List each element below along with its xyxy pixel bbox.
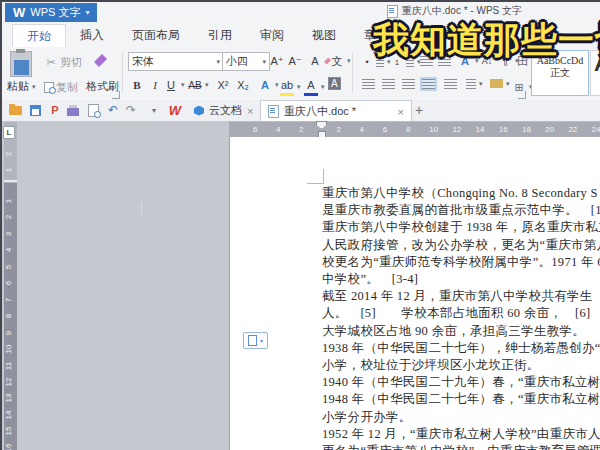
bold-button[interactable]: B xyxy=(130,77,144,93)
horizontal-ruler: 64224681012141618202224 xyxy=(229,121,600,138)
font-color-button[interactable]: A▾ xyxy=(304,77,325,96)
subscript-button[interactable]: X₂ xyxy=(236,77,250,93)
ruler-number: 6 xyxy=(253,126,257,134)
new-tab-button[interactable]: + xyxy=(410,102,428,118)
wps-menu-button[interactable]: W WPS 文字 ▾ xyxy=(5,3,97,22)
align-right-button[interactable] xyxy=(402,79,415,89)
copy-button[interactable]: 复制 xyxy=(44,79,78,95)
chevron-down-icon: ▾ xyxy=(275,81,279,89)
grow-font-button[interactable]: A⁺ xyxy=(270,53,284,69)
ruler-number: 11 xyxy=(5,361,13,369)
print-preview-icon xyxy=(88,104,99,117)
document-icon xyxy=(268,105,279,118)
cloud-docs-icon xyxy=(194,106,204,116)
redo-button[interactable]: ↷ xyxy=(122,102,140,118)
character-shading-button[interactable]: A xyxy=(328,77,341,90)
divider xyxy=(141,202,142,215)
paragraph-dialog-launcher[interactable] xyxy=(518,91,526,99)
ribbon-tab-2[interactable]: 页面布局 xyxy=(118,24,194,47)
document-line: 中学校”。 [3-4] xyxy=(322,271,418,288)
tab-document-active[interactable]: 重庆八中.doc * × xyxy=(260,100,412,122)
chevron-down-icon: ▾ xyxy=(85,8,89,17)
document-line: 小学，校址位于沙坪坝区小龙坎正街。 xyxy=(322,357,540,374)
chevron-down-icon: ▾ xyxy=(260,337,263,344)
ribbon-tab-1[interactable]: 插入 xyxy=(66,24,118,47)
ribbon-tab-5[interactable]: 视图 xyxy=(298,24,350,47)
chevron-down-icon: ▾ xyxy=(32,83,36,91)
video-subtitle-overlay: 我知道那些一切都 xyxy=(373,16,600,65)
strikethrough-button[interactable]: AB▾ xyxy=(188,77,209,93)
align-justify-button[interactable] xyxy=(422,79,435,89)
export-pdf-button[interactable]: P xyxy=(46,102,64,118)
ruler-number: 14 xyxy=(476,126,485,134)
align-center-button[interactable] xyxy=(382,79,395,89)
shrink-font-button[interactable]: A⁻ xyxy=(288,53,302,69)
undo-button[interactable]: ↶ xyxy=(104,102,122,118)
ruler-number: 4 xyxy=(276,126,280,134)
open-button[interactable] xyxy=(6,102,24,118)
paste-button[interactable] xyxy=(10,51,32,77)
chevron-down-icon: ▾ xyxy=(181,81,185,89)
print-button[interactable] xyxy=(64,102,82,118)
distribute-button[interactable] xyxy=(444,79,457,89)
align-center-icon xyxy=(382,79,395,89)
ribbon-tab-4[interactable]: 审阅 xyxy=(246,24,298,47)
close-icon[interactable]: × xyxy=(247,105,253,117)
line-spacing-button[interactable]: ▾ xyxy=(466,79,483,89)
paint-bucket-icon xyxy=(490,79,503,88)
text-effects-button[interactable]: A▾ xyxy=(258,77,279,93)
ruler-number: 8 xyxy=(406,126,410,134)
align-justify-icon xyxy=(422,79,435,89)
ribbon-tab-3[interactable]: 引用 xyxy=(194,24,246,47)
ruler-number: 4 xyxy=(360,126,364,134)
chevron-down-icon: ▾ xyxy=(297,83,301,91)
ruler-number: 16 xyxy=(5,443,13,450)
document-line: 大学城校区占地 90 余亩，承担高三学生教学。 xyxy=(322,323,585,340)
toolbar-strip: P ↶ ↷ ▾ W 云文档 × 重庆八中.doc * × + xyxy=(2,100,600,122)
group-divider xyxy=(122,53,123,93)
shading-button[interactable]: ▾ xyxy=(490,79,510,88)
ribbon-tab-0[interactable]: 开始 xyxy=(12,24,66,48)
tab-stop-selector[interactable]: L xyxy=(3,126,15,139)
clear-format-button[interactable]: A xyxy=(308,53,331,69)
superscript-button[interactable]: X² xyxy=(216,77,230,93)
chevron-down-icon: ▾ xyxy=(262,58,266,66)
ruler-number: 12 xyxy=(452,126,461,134)
margin-corner-mark xyxy=(307,183,324,184)
tab-cloud-docs[interactable]: 云文档 × xyxy=(187,100,260,121)
save-button[interactable] xyxy=(26,102,44,118)
document-line: 截至 2014 年 12 月，重庆市第八中学校共有学生 xyxy=(322,288,593,305)
close-icon[interactable]: × xyxy=(398,106,404,118)
chevron-down-icon: ▾ xyxy=(479,80,483,88)
align-left-button[interactable] xyxy=(362,79,375,89)
clipboard-dialog-launcher[interactable] xyxy=(112,91,120,99)
ruler-number: 6 xyxy=(5,281,13,285)
italic-button[interactable]: I xyxy=(148,77,162,93)
ruler-number: 20 xyxy=(545,126,554,134)
paste-label[interactable]: 粘贴▾ xyxy=(7,79,36,94)
highlight-color-button[interactable]: ab▾ xyxy=(280,77,301,96)
ruler-number: 1 xyxy=(5,199,13,203)
document-line: 是重庆市教委直属的首批市级重点示范中学。 [1- xyxy=(322,202,600,219)
underline-button[interactable]: U▾ xyxy=(164,77,185,93)
pinyin-guide-button[interactable]: 文▾ xyxy=(330,53,351,69)
chevron-down-icon: ▾ xyxy=(347,57,351,65)
font-size-select[interactable]: 小四 ▾ xyxy=(222,52,270,71)
ruler-number: 1 xyxy=(5,168,13,172)
ruler-number: 16 xyxy=(499,126,508,134)
wps-menu-label: WPS 文字 xyxy=(30,5,80,20)
format-painter-icon-slot[interactable] xyxy=(94,54,107,67)
qat-customize-button[interactable]: ▾ xyxy=(145,102,163,118)
cut-button[interactable]: ✂ 剪切 xyxy=(44,54,82,70)
wps-home-button[interactable]: W xyxy=(166,102,184,118)
clipboard-icon xyxy=(10,51,32,77)
wps-writer-window: W WPS 文字 ▾ 重庆八中.doc * - WPS 文字 开始插入页面布局引… xyxy=(0,0,600,450)
document-line: 1952 年 12 月，“重庆市私立树人学校”由重庆市人 xyxy=(322,426,600,443)
line-spacing-icon xyxy=(466,79,476,89)
document-line: 人民政府接管，改为公办学校，更名为“重庆市第八 xyxy=(322,237,600,254)
paste-options-button[interactable]: ▾ xyxy=(243,332,268,349)
font-family-select[interactable]: 宋体 ▾ xyxy=(128,52,224,71)
print-preview-button[interactable] xyxy=(84,102,102,118)
ruler-number: 24 xyxy=(592,126,600,134)
scissors-icon: ✂ xyxy=(44,54,58,70)
